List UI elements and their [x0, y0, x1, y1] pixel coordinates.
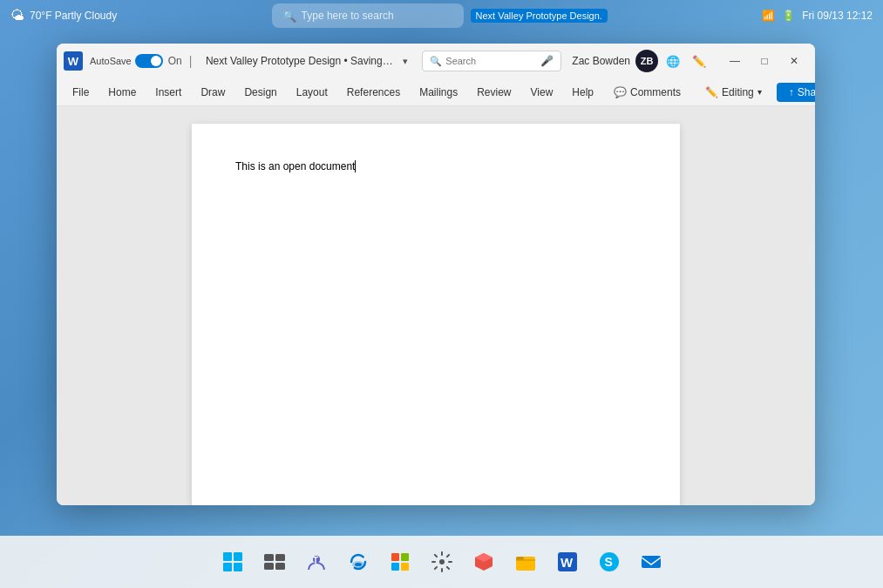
weather-text: 70°F Partly Cloudy	[30, 10, 117, 22]
svg-rect-13	[401, 553, 409, 561]
divider1: |	[189, 54, 193, 68]
taskbar-edge[interactable]	[339, 543, 377, 581]
word-window: W AutoSave On | Next Valley Prototype De…	[57, 44, 815, 505]
doc-area[interactable]: This is an open document	[57, 106, 815, 505]
autosave-label: AutoSave	[90, 56, 132, 66]
svg-point-16	[439, 559, 445, 564]
taskbar-settings[interactable]	[423, 543, 461, 581]
word-search-input[interactable]	[445, 56, 537, 66]
share-button[interactable]: ↑ Share ▾	[777, 83, 815, 102]
user-avatar[interactable]: ZB	[635, 50, 658, 72]
menu-home[interactable]: Home	[99, 83, 145, 102]
doc-page[interactable]: This is an open document	[192, 124, 680, 505]
svg-rect-23	[642, 556, 661, 568]
svg-point-11	[355, 563, 362, 566]
taskbar-start-button[interactable]	[214, 543, 252, 581]
svg-rect-14	[391, 563, 399, 571]
svg-rect-2	[223, 563, 232, 571]
user-section: Zac Bowden ZB	[572, 50, 658, 72]
mic-icon: 🎤	[540, 55, 554, 67]
autosave-state: On	[168, 55, 182, 67]
menu-references[interactable]: References	[338, 83, 409, 102]
taskbar-search-input[interactable]	[302, 10, 453, 22]
status-bar-center[interactable]: 🔍 Next Valley Prototype Design.	[272, 3, 608, 28]
menu-view[interactable]: View	[522, 83, 562, 102]
ribbon-actions: 💬 Comments ✏️ Editing ▾ ↑ Share ▾ ⌃	[604, 80, 815, 105]
svg-rect-4	[264, 554, 274, 561]
taskbar: T	[0, 536, 883, 588]
share-icon: ↑	[789, 86, 794, 98]
svg-text:T: T	[313, 556, 318, 565]
doc-title-chevron[interactable]: ▾	[403, 56, 408, 67]
taskbar-store[interactable]	[381, 543, 419, 581]
taskbar-file-explorer[interactable]	[506, 543, 545, 581]
comment-icon: 💬	[614, 86, 627, 98]
menu-layout[interactable]: Layout	[288, 83, 336, 102]
wifi-icon: 📶	[762, 10, 775, 22]
menu-draw[interactable]: Draw	[192, 83, 234, 102]
battery-icon: 🔋	[782, 10, 795, 22]
svg-rect-3	[234, 563, 242, 571]
menu-insert[interactable]: Insert	[146, 83, 190, 102]
menu-file[interactable]: File	[64, 83, 98, 102]
svg-rect-1	[234, 552, 242, 561]
search-icon: 🔍	[282, 10, 296, 23]
minimize-button[interactable]: —	[721, 49, 749, 73]
word-search-box[interactable]: 🔍 🎤	[422, 51, 561, 71]
taskbar-search[interactable]: 🔍	[272, 3, 464, 28]
taskbar-mail[interactable]	[632, 543, 670, 581]
svg-text:W: W	[560, 555, 574, 570]
word-logo: W	[64, 51, 83, 71]
text-cursor	[355, 160, 356, 172]
doc-content[interactable]: This is an open document	[235, 159, 636, 174]
datetime: Fri 09/13 12:12	[802, 10, 873, 22]
maximize-button[interactable]: □	[751, 49, 778, 73]
search-badge: Next Valley Prototype Design.	[471, 9, 608, 23]
status-bar: 🌤 70°F Partly Cloudy 🔍 Next Valley Proto…	[0, 0, 883, 31]
menu-help[interactable]: Help	[563, 83, 602, 102]
user-name: Zac Bowden	[572, 55, 630, 67]
taskbar-teams[interactable]: T	[297, 543, 336, 581]
title-bar: W AutoSave On | Next Valley Prototype De…	[57, 44, 815, 78]
svg-rect-5	[275, 554, 285, 561]
status-bar-right: 📶 🔋 Fri 09/13 12:12	[762, 10, 873, 22]
autosave-toggle[interactable]	[135, 54, 163, 68]
svg-rect-0	[223, 552, 232, 561]
close-button[interactable]: ✕	[780, 49, 808, 73]
pen-button[interactable]: ✏️	[688, 50, 710, 72]
globe-button[interactable]: 🌐	[662, 50, 684, 72]
taskbar-task-view[interactable]	[255, 543, 294, 581]
doc-text: This is an open document	[235, 160, 355, 172]
taskbar-office[interactable]	[465, 543, 503, 581]
taskbar-skype[interactable]: S	[590, 543, 628, 581]
doc-title: Next Valley Prototype Design • Saving…	[199, 55, 399, 67]
svg-text:S: S	[604, 555, 612, 569]
weather-icon: 🌤	[10, 8, 24, 24]
status-bar-left: 🌤 70°F Partly Cloudy	[10, 8, 117, 24]
taskbar-word[interactable]: W	[548, 543, 587, 581]
window-controls[interactable]: — □ ✕	[721, 49, 808, 73]
svg-rect-18	[516, 557, 524, 560]
svg-rect-7	[275, 563, 285, 570]
menu-mailings[interactable]: Mailings	[411, 83, 466, 102]
svg-rect-12	[391, 553, 399, 561]
ribbon-bar: File Home Insert Draw Design Layout Refe…	[57, 78, 815, 106]
menu-design[interactable]: Design	[235, 83, 285, 102]
search-icon: 🔍	[430, 56, 442, 67]
pencil-icon: ✏️	[705, 86, 718, 98]
comments-button[interactable]: 💬 Comments	[604, 83, 690, 102]
svg-rect-15	[401, 563, 409, 571]
svg-rect-6	[264, 563, 274, 570]
editing-button[interactable]: ✏️ Editing ▾	[696, 83, 771, 102]
menu-review[interactable]: Review	[468, 83, 520, 102]
